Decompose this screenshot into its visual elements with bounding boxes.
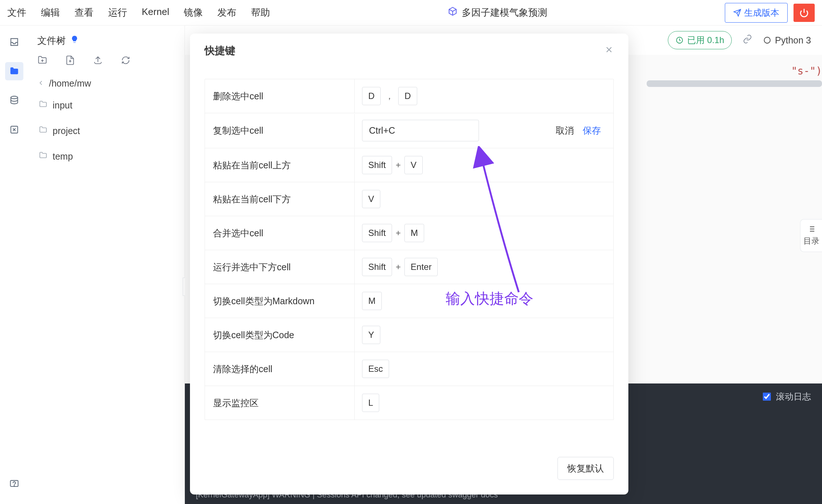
shortcut-save[interactable]: 保存 — [583, 125, 601, 137]
key-badge: Enter — [404, 258, 438, 276]
key-badge: Shift — [362, 156, 392, 174]
close-icon[interactable] — [604, 45, 614, 57]
shortcut-label: 显示监控区 — [205, 386, 355, 420]
shortcuts-modal: 快捷键 删除选中cellD，D复制选中cell取消保存粘贴在当前cell上方Sh… — [190, 34, 628, 495]
key-badge: Shift — [362, 224, 392, 242]
shortcut-label: 合并选中cell — [205, 216, 355, 250]
modal-backdrop: 快捷键 删除选中cellD，D复制选中cell取消保存粘贴在当前cell上方Sh… — [0, 0, 822, 504]
shortcut-label: 运行并选中下方cell — [205, 250, 355, 284]
shortcut-row[interactable]: 粘贴在当前cell上方Shift+V — [205, 148, 613, 182]
shortcut-keys: L — [355, 387, 613, 419]
shortcut-row[interactable]: 切换cell类型为CodeY — [205, 318, 613, 352]
shortcut-label: 清除选择的cell — [205, 352, 355, 386]
restore-default-button[interactable]: 恢复默认 — [557, 457, 614, 480]
shortcut-label: 切换cell类型为Code — [205, 318, 355, 352]
shortcut-row[interactable]: 合并选中cellShift+M — [205, 216, 613, 250]
shortcut-keys: Esc — [355, 353, 613, 385]
shortcut-row[interactable]: 运行并选中下方cellShift+Enter — [205, 250, 613, 284]
shortcut-row[interactable]: 清除选择的cellEsc — [205, 352, 613, 386]
key-badge: L — [362, 394, 379, 412]
modal-footer: 恢复默认 — [190, 448, 628, 495]
shortcut-row[interactable]: 粘贴在当前cell下方V — [205, 182, 613, 216]
key-plus: + — [396, 160, 401, 170]
shortcut-keys: M — [355, 285, 613, 317]
shortcut-row[interactable]: 切换cell类型为MarkdownM — [205, 284, 613, 318]
shortcut-keys: Y — [355, 319, 613, 351]
key-badge: D — [398, 87, 417, 105]
shortcut-keys: V — [355, 183, 613, 215]
modal-header: 快捷键 — [190, 34, 628, 68]
key-badge: M — [404, 224, 424, 242]
shortcut-keys: D，D — [355, 80, 613, 112]
key-badge: Shift — [362, 258, 392, 276]
shortcut-cancel[interactable]: 取消 — [556, 125, 574, 137]
key-badge: Esc — [362, 360, 389, 378]
modal-title: 快捷键 — [205, 44, 235, 58]
key-badge: D — [362, 87, 381, 105]
shortcut-label: 复制选中cell — [205, 114, 355, 148]
shortcut-label: 粘贴在当前cell下方 — [205, 182, 355, 216]
shortcut-label: 删除选中cell — [205, 79, 355, 113]
shortcut-keys: 取消保存 — [355, 113, 613, 148]
shortcut-keys: Shift+V — [355, 149, 613, 181]
key-separator: ， — [384, 90, 395, 102]
shortcut-row[interactable]: 删除选中cellD，D — [205, 79, 613, 113]
shortcut-table: 删除选中cellD，D复制选中cell取消保存粘贴在当前cell上方Shift+… — [205, 79, 614, 420]
key-badge: M — [362, 292, 382, 310]
key-badge: V — [362, 190, 380, 208]
key-badge: V — [404, 156, 423, 174]
shortcut-row[interactable]: 显示监控区L — [205, 386, 613, 420]
shortcut-input[interactable] — [362, 120, 479, 141]
shortcut-row[interactable]: 复制选中cell取消保存 — [205, 113, 613, 148]
shortcut-label: 粘贴在当前cell上方 — [205, 148, 355, 182]
key-badge: Y — [362, 326, 380, 344]
shortcut-keys: Shift+Enter — [355, 251, 613, 283]
shortcut-label: 切换cell类型为Markdown — [205, 284, 355, 318]
shortcut-keys: Shift+M — [355, 217, 613, 249]
modal-body: 删除选中cellD，D复制选中cell取消保存粘贴在当前cell上方Shift+… — [190, 68, 628, 448]
key-plus: + — [396, 262, 401, 272]
key-plus: + — [396, 228, 401, 238]
